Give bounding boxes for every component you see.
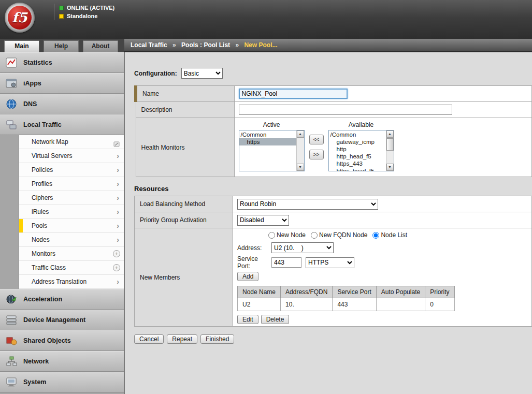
submenu-item-ciphers[interactable]: Ciphers	[19, 191, 124, 205]
submenu-item-label: Nodes	[32, 236, 50, 243]
submenu-item-irules[interactable]: iRules	[19, 205, 124, 219]
finished-button[interactable]: Finished	[200, 334, 234, 344]
edit-member-button[interactable]: Edit	[237, 315, 258, 324]
tab-help[interactable]: Help	[44, 40, 79, 52]
new-fqdn-node-radio[interactable]	[311, 232, 318, 239]
breadcrumb-pool-list[interactable]: Pools : Pool List	[181, 41, 230, 49]
sidebar-item-network[interactable]: Network	[0, 351, 124, 372]
name-label: Name	[136, 86, 234, 102]
available-list-scrollbar[interactable]: ▲ ▼	[386, 130, 394, 171]
available-monitor-item[interactable]: https_head_f5	[329, 167, 386, 171]
priority-group-select[interactable]: Disabled	[237, 215, 289, 226]
service-port-line: Service Port: HTTPS	[237, 255, 527, 270]
sidebar-item-label: System	[23, 378, 46, 386]
submenu-item-profiles[interactable]: Profiles	[19, 177, 124, 191]
available-monitor-item[interactable]: http	[329, 145, 386, 153]
load-balancing-select[interactable]: Round Robin	[237, 199, 378, 210]
submenu-item-label: Traffic Class	[32, 264, 66, 271]
submenu-item-address-translation[interactable]: Address Translation	[19, 275, 124, 289]
monitor-partition-group: /Common	[329, 131, 386, 138]
chevron-right-icon	[117, 205, 119, 218]
member-address: 10.	[281, 298, 333, 311]
member-edit-buttons: Edit Delete	[237, 315, 527, 324]
pool-name-input[interactable]	[239, 89, 348, 99]
add-member-button[interactable]: Add	[237, 272, 258, 281]
members-table: Node Name Address/FQDN Service Port Auto…	[237, 286, 455, 311]
iapps-icon	[5, 77, 18, 90]
sidebar-item-shared-objects[interactable]: Shared Objects	[0, 330, 124, 351]
new-fqdn-node-radio-label[interactable]: New FQDN Node	[319, 231, 367, 239]
available-monitor-item[interactable]: http_head_f5	[329, 153, 386, 160]
monitor-move-buttons: << >>	[309, 135, 324, 159]
members-table-header: Node Name Address/FQDN Service Port Auto…	[238, 286, 455, 298]
col-service-port: Service Port	[333, 286, 376, 298]
breadcrumb-current-page: New Pool...	[244, 41, 277, 49]
standalone-indicator-icon	[59, 14, 64, 19]
scroll-down-icon[interactable]: ▼	[386, 164, 394, 171]
sidebar-item-dns[interactable]: DNS	[0, 94, 124, 114]
submenu-item-policies[interactable]: Policies	[19, 163, 124, 177]
description-row: Description	[136, 102, 532, 118]
description-input[interactable]	[239, 105, 452, 115]
f5-logo[interactable]: f5	[5, 3, 35, 33]
statistics-icon	[5, 56, 18, 69]
submenu-item-pools[interactable]: Pools	[19, 219, 124, 233]
active-monitor-item[interactable]: https	[239, 138, 296, 145]
available-monitors-listbox[interactable]: /Common gateway_icmp http http_head_f5 h…	[328, 130, 394, 171]
submenu-item-virtual-servers[interactable]: Virtual Servers	[19, 149, 124, 163]
node-list-radio[interactable]	[372, 232, 379, 239]
sidebar-item-system[interactable]: System	[0, 372, 124, 392]
submenu-item-label: Ciphers	[32, 194, 53, 201]
service-port-input[interactable]	[271, 257, 301, 268]
health-monitors-row: Health Monitors Active /Common https ▲	[136, 118, 532, 177]
configuration-select[interactable]: Basic	[181, 68, 223, 79]
sidebar-item-local-traffic[interactable]: Local Traffic	[0, 114, 124, 135]
scroll-up-icon[interactable]: ▲	[386, 130, 394, 138]
member-row[interactable]: U2 10. 443 0	[238, 298, 455, 311]
member-priority: 0	[425, 298, 454, 311]
service-port-label: Service Port:	[237, 255, 271, 270]
node-list-radio-label[interactable]: Node List	[381, 231, 407, 239]
address-select[interactable]: U2 (10. )	[271, 242, 334, 253]
scrollbar-thumb[interactable]	[386, 138, 394, 151]
breadcrumb-local-traffic[interactable]: Local Traffic	[131, 41, 167, 49]
tab-about[interactable]: About	[83, 40, 118, 52]
sidebar-item-iapps[interactable]: iApps	[0, 73, 124, 94]
member-auto-populate	[376, 298, 425, 311]
tab-main[interactable]: Main	[4, 40, 39, 52]
new-node-radio[interactable]	[268, 232, 275, 239]
move-to-available-button[interactable]: >>	[309, 150, 324, 159]
submenu-item-network-map[interactable]: Network Map	[19, 135, 124, 149]
cancel-button[interactable]: Cancel	[134, 334, 164, 344]
shared-objects-icon	[5, 334, 18, 347]
available-list-title: Available	[349, 121, 373, 128]
submenu-item-nodes[interactable]: Nodes	[19, 233, 124, 247]
available-monitor-item[interactable]: https_443	[329, 160, 386, 167]
member-node-name: U2	[238, 298, 281, 311]
top-header: f5 ONLINE (ACTIVE) Standalone	[0, 0, 532, 39]
sidebar-item-label: Shared Objects	[23, 337, 71, 344]
submenu-item-traffic-class[interactable]: Traffic Class	[19, 261, 124, 275]
add-traffic-class-icon[interactable]	[113, 264, 120, 271]
status-standalone-label: Standalone	[67, 13, 97, 19]
scroll-up-icon[interactable]: ▲	[297, 130, 304, 138]
move-to-active-button[interactable]: <<	[309, 135, 324, 144]
health-monitors-picker: Active /Common https ▲ ▼	[239, 120, 528, 174]
new-node-radio-label[interactable]: New Node	[277, 231, 306, 239]
address-line: Address: U2 (10. )	[237, 242, 527, 253]
col-node-name: Node Name	[238, 286, 281, 298]
submenu-item-monitors[interactable]: Monitors	[19, 247, 124, 261]
add-monitor-icon[interactable]	[113, 250, 120, 257]
delete-member-button[interactable]: Delete	[261, 315, 290, 324]
member-type-radios: New Node New FQDN Node Node List	[268, 231, 527, 239]
scroll-down-icon[interactable]: ▼	[297, 164, 304, 171]
sidebar-item-device-management[interactable]: Device Management	[0, 310, 124, 330]
repeat-button[interactable]: Repeat	[167, 334, 197, 344]
sidebar-item-statistics[interactable]: Statistics	[0, 52, 124, 73]
sidebar-item-acceleration[interactable]: Acceleration	[0, 289, 124, 310]
active-list-scrollbar[interactable]: ▲ ▼	[296, 130, 304, 171]
device-status: ONLINE (ACTIVE) Standalone	[54, 4, 114, 20]
active-monitors-listbox[interactable]: /Common https ▲ ▼	[239, 130, 305, 171]
service-type-select[interactable]: HTTPS	[306, 257, 354, 268]
available-monitor-item[interactable]: gateway_icmp	[329, 138, 386, 145]
